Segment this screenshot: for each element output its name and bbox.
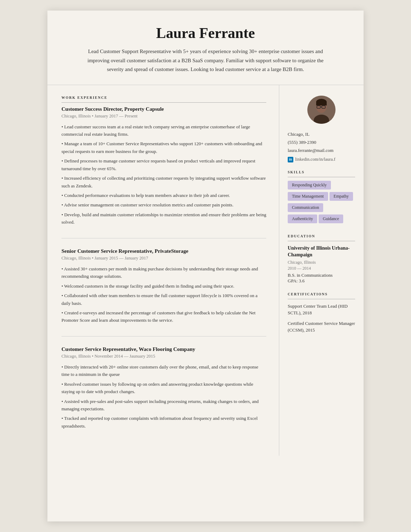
linkedin-url: linkedin.com/in/laura.f <box>295 157 335 162</box>
bullet: • Assisted with pre-sales and post-sales… <box>61 398 266 413</box>
avatar <box>307 96 335 124</box>
contact-phone: (555) 389-2390 <box>288 138 355 146</box>
bullet: • Assisted 30+ customers per month in ma… <box>61 265 266 280</box>
skill-tag: Authenticity <box>288 214 317 223</box>
job-dates-1: January 2017 — Present <box>94 114 138 118</box>
skill-tag: Communication <box>288 203 323 212</box>
job-bullets-1: • Lead customer success team at a real e… <box>61 123 266 226</box>
job-location-3: Chicago, Illinois <box>61 354 91 359</box>
bullet: • Manage a team of 10+ Customer Service … <box>61 140 266 155</box>
linkedin-icon: in <box>288 157 293 162</box>
edu-location: Chicago, Illinois <box>288 260 355 265</box>
body-section: WORK EXPERIENCE Customer Success Directo… <box>47 85 364 456</box>
main-column: WORK EXPERIENCE Customer Success Directo… <box>47 85 279 456</box>
job-dates-2: January 2015 — January 2017 <box>94 256 148 261</box>
contact-city: Chicago, IL <box>288 130 355 138</box>
work-experience-label: WORK EXPERIENCE <box>61 96 266 103</box>
bullet: • Lead customer success team at a real e… <box>61 123 266 138</box>
edu-gpa: GPA: 3.6 <box>288 278 355 284</box>
linkedin-line: in linkedin.com/in/laura.f <box>288 157 355 162</box>
job-meta-1: Chicago, Illinois • January 2017 — Prese… <box>61 114 266 119</box>
bullet: • Defined processes to manage customer s… <box>61 157 266 172</box>
resume-document: Laura Ferrante Lead Customer Support Rep… <box>47 11 364 521</box>
edu-years: 2010 — 2014 <box>288 266 355 271</box>
job-meta-3: Chicago, Illinois • November 2014 — Jaun… <box>61 354 266 359</box>
bullet: • Advise senior management on customer s… <box>61 201 266 209</box>
skill-tag: Responding Quickly <box>288 181 331 190</box>
job-entry-2: Senior Customer Service Representative, … <box>61 248 266 336</box>
avatar-area <box>288 96 355 124</box>
job-dates-3: November 2014 — Jaunuary 2015 <box>94 354 155 359</box>
skills-label: SKILLS <box>288 170 355 177</box>
bullet: • Tracked and reported top customer comp… <box>61 415 266 430</box>
certifications-label: CERTIFICATIONS <box>288 292 355 299</box>
bullet: • Conducted performance evaluations to h… <box>61 192 266 199</box>
bullet: • Develop, build and maintain customer r… <box>61 211 266 226</box>
candidate-name: Laura Ferrante <box>68 25 342 41</box>
job-title-2: Senior Customer Service Representative, … <box>61 248 266 254</box>
job-meta-2: Chicago, Illinois • January 2015 — Janua… <box>61 256 266 261</box>
contact-info: Chicago, IL (555) 389-2390 laura.ferrant… <box>288 130 355 162</box>
job-title-3: Customer Service Representative, Waco Fl… <box>61 346 266 352</box>
bullet: • Created e-surveys and increased the pe… <box>61 309 266 324</box>
education-section: EDUCATION University of Illinois Urbana-… <box>288 234 355 284</box>
skills-section: SKILLS Responding QuicklyTime Management… <box>288 170 355 226</box>
skill-tag: Guidance <box>319 214 343 223</box>
header-section: Laura Ferrante Lead Customer Support Rep… <box>47 11 364 85</box>
job-location-2: Chicago, Illinois <box>61 256 91 261</box>
bullet: • Collaborated with other team members t… <box>61 292 266 307</box>
bullet: • Welcomed customers in the storage faci… <box>61 282 266 290</box>
svg-rect-4 <box>316 102 327 105</box>
edu-school: University of Illinois Urbana-Champaign <box>288 245 355 258</box>
cert-item-1: Support Center Team Lead (HID SCTL), 201… <box>288 303 355 316</box>
skill-tag: Empathy <box>330 192 353 201</box>
job-location-1: Chicago, Illinois <box>61 114 91 118</box>
job-bullets-3: • Directly interacted with 20+ online st… <box>61 363 266 430</box>
edu-degree: B.S. in Communications <box>288 273 355 278</box>
job-bullets-2: • Assisted 30+ customers per month in ma… <box>61 265 266 324</box>
job-entry-1: Customer Success Director, Property Caps… <box>61 106 266 238</box>
professional-summary: Lead Customer Support Representative wit… <box>79 47 332 74</box>
side-column: Chicago, IL (555) 389-2390 laura.ferrant… <box>279 85 364 456</box>
bullet: • Increased efficiency of collecting and… <box>61 174 266 190</box>
job-entry-3: Customer Service Representative, Waco Fl… <box>61 346 266 442</box>
skill-tag: Time Management <box>288 192 328 201</box>
skills-tags: Responding QuicklyTime ManagementEmpathy… <box>288 181 355 226</box>
education-label: EDUCATION <box>288 234 355 241</box>
bullet: • Resolved customer issues by following … <box>61 380 266 396</box>
cert-item-2: Certified Customer Service Manager (CCSM… <box>288 320 355 334</box>
contact-email: laura.ferrante@mail.com <box>288 146 355 154</box>
bullet: • Directly interacted with 20+ online st… <box>61 363 266 378</box>
job-title-1: Customer Success Director, Property Caps… <box>61 106 266 112</box>
certifications-section: CERTIFICATIONS Support Center Team Lead … <box>288 292 355 334</box>
